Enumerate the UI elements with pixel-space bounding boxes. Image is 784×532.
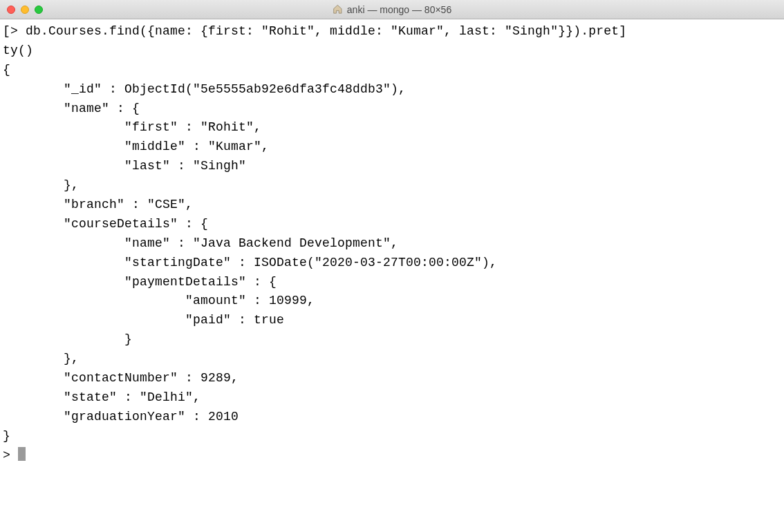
terminal-line: "graduationYear" : 2010: [3, 410, 239, 424]
window-title-text: anki — mongo — 80×56: [347, 4, 451, 15]
terminal-line: [> db.Courses.find({name: {first: "Rohit…: [3, 24, 626, 38]
terminal-line: "state" : "Delhi",: [3, 390, 200, 404]
window-title: anki — mongo — 80×56: [333, 4, 451, 15]
traffic-lights: [7, 6, 43, 14]
terminal-line: "amount" : 10999,: [3, 294, 315, 307]
window-titlebar: anki — mongo — 80×56: [0, 0, 784, 19]
terminal-line: "_id" : ObjectId("5e5555ab92e6dfa3fc48dd…: [3, 82, 406, 96]
terminal-line: },: [3, 352, 79, 365]
terminal-line: "paid" : true: [3, 313, 284, 327]
home-icon: [333, 4, 343, 15]
terminal-line: "courseDetails" : {: [3, 217, 208, 231]
terminal-line: "startingDate" : ISODate("2020-03-27T00:…: [3, 256, 497, 269]
terminal-line: "paymentDetails" : {: [3, 275, 277, 289]
terminal-line: }: [3, 429, 10, 443]
terminal-line: "branch" : "CSE",: [3, 198, 193, 211]
terminal-line: "first" : "Rohit",: [3, 120, 261, 134]
maximize-button[interactable]: [35, 6, 43, 14]
terminal-prompt: >: [3, 448, 18, 462]
terminal-line: },: [3, 178, 79, 192]
terminal-line: {: [3, 63, 10, 77]
terminal-line: "contactNumber" : 9289,: [3, 371, 239, 385]
terminal-line: }: [3, 332, 132, 346]
terminal-line: "last" : "Singh": [3, 159, 246, 173]
terminal-line: "middle" : "Kumar",: [3, 140, 269, 153]
terminal-line: "name" : {: [3, 102, 140, 115]
terminal-line: ty(): [3, 44, 33, 57]
terminal-cursor: [18, 447, 26, 461]
minimize-button[interactable]: [21, 6, 29, 14]
close-button[interactable]: [7, 6, 15, 14]
terminal-output[interactable]: [> db.Courses.find({name: {first: "Rohit…: [0, 19, 784, 468]
terminal-line: "name" : "Java Backend Development",: [3, 236, 398, 250]
